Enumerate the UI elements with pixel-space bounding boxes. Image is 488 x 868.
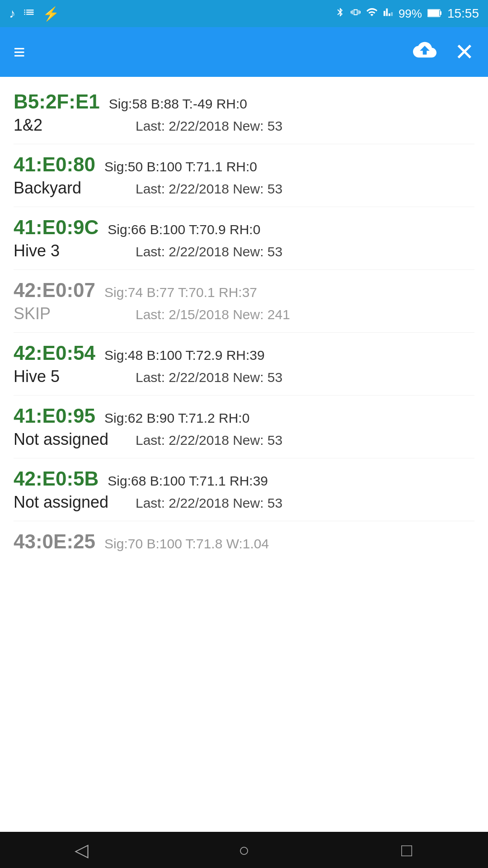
menu-button[interactable]: ≡ (14, 42, 25, 62)
device-name: Not assigned (14, 493, 122, 512)
device-list: B5:2F:E1Sig:58 B:88 T:-49 RH:01&2Last: 2… (0, 77, 488, 832)
device-stats: Sig:48 B:100 T:72.9 RH:39 (104, 348, 265, 363)
device-name: 1&2 (14, 116, 122, 135)
status-bar: ♪ ⚡ (0, 0, 488, 27)
battery-text: 99% (399, 7, 422, 21)
device-top-row: 42:E0:54Sig:48 B:100 T:72.9 RH:39 (14, 342, 474, 364)
device-id: B5:2F:E1 (14, 90, 100, 113)
device-id: 42:E0:07 (14, 279, 95, 302)
app-bar-actions: ✕ (413, 38, 474, 66)
device-top-row: 42:E0:07Sig:74 B:77 T:70.1 RH:37 (14, 279, 474, 302)
wifi-icon (366, 6, 378, 21)
device-stats: Sig:74 B:77 T:70.1 RH:37 (104, 285, 257, 300)
time-display: 15:55 (447, 6, 479, 21)
device-item[interactable]: 42:E0:54Sig:48 B:100 T:72.9 RH:39Hive 5L… (14, 333, 474, 396)
device-id: 41:E0:80 (14, 153, 95, 176)
music-icon: ♪ (9, 6, 15, 21)
device-item[interactable]: 41:E0:80Sig:50 B:100 T:71.1 RH:0Backyard… (14, 144, 474, 207)
device-item[interactable]: 42:E0:07Sig:74 B:77 T:70.1 RH:37SKIPLast… (14, 270, 474, 333)
device-item[interactable]: B5:2F:E1Sig:58 B:88 T:-49 RH:01&2Last: 2… (14, 81, 474, 144)
device-bottom-row: Hive 5Last: 2/22/2018 New: 53 (14, 367, 474, 386)
nav-bar: ◁ ○ □ (0, 832, 488, 868)
device-id: 43:0E:25 (14, 530, 95, 553)
device-last: Last: 2/22/2018 New: 53 (136, 433, 282, 448)
device-stats: Sig:58 B:88 T:-49 RH:0 (109, 96, 247, 112)
device-last: Last: 2/22/2018 New: 53 (136, 244, 282, 259)
device-id: 41:E0:95 (14, 405, 95, 427)
device-stats: Sig:70 B:100 T:71.8 W:1.04 (104, 536, 269, 552)
bolt-icon: ⚡ (42, 6, 59, 22)
device-name: Hive 5 (14, 367, 122, 386)
home-button[interactable]: ○ (226, 836, 262, 863)
signal-icon (383, 6, 393, 22)
device-item[interactable]: 43:0E:25Sig:70 B:100 T:71.8 W:1.04 (14, 521, 474, 565)
status-right-icons: 99% 15:55 (335, 6, 479, 22)
device-stats: Sig:62 B:90 T:71.2 RH:0 (104, 410, 249, 426)
app-bar: ≡ ✕ (0, 27, 488, 77)
device-item[interactable]: 41:E0:9CSig:66 B:100 T:70.9 RH:0Hive 3La… (14, 207, 474, 270)
device-bottom-row: BackyardLast: 2/22/2018 New: 53 (14, 179, 474, 198)
device-name: Hive 3 (14, 241, 122, 260)
back-button[interactable]: ◁ (63, 836, 99, 863)
recent-button[interactable]: □ (389, 836, 425, 863)
device-stats: Sig:68 B:100 T:71.1 RH:39 (108, 473, 268, 489)
close-button[interactable]: ✕ (455, 38, 474, 66)
device-top-row: B5:2F:E1Sig:58 B:88 T:-49 RH:0 (14, 90, 474, 113)
device-last: Last: 2/22/2018 New: 53 (136, 118, 282, 134)
status-left-icons: ♪ ⚡ (9, 6, 59, 22)
device-name: Not assigned (14, 430, 122, 449)
device-top-row: 41:E0:80Sig:50 B:100 T:71.1 RH:0 (14, 153, 474, 176)
bluetooth-icon (335, 6, 345, 22)
chart-icon (23, 6, 35, 22)
device-last: Last: 2/22/2018 New: 53 (136, 181, 282, 197)
device-top-row: 43:0E:25Sig:70 B:100 T:71.8 W:1.04 (14, 530, 474, 553)
device-bottom-row: Not assignedLast: 2/22/2018 New: 53 (14, 493, 474, 512)
device-stats: Sig:66 B:100 T:70.9 RH:0 (108, 222, 260, 237)
device-top-row: 41:E0:95Sig:62 B:90 T:71.2 RH:0 (14, 405, 474, 427)
device-stats: Sig:50 B:100 T:71.1 RH:0 (104, 159, 257, 175)
device-item[interactable]: 41:E0:95Sig:62 B:90 T:71.2 RH:0Not assig… (14, 396, 474, 458)
device-bottom-row: SKIPLast: 2/15/2018 New: 241 (14, 304, 474, 323)
battery-icon (427, 7, 442, 21)
device-id: 42:E0:5B (14, 467, 99, 490)
device-top-row: 41:E0:9CSig:66 B:100 T:70.9 RH:0 (14, 216, 474, 239)
device-last: Last: 2/15/2018 New: 241 (136, 307, 290, 322)
device-name: SKIP (14, 304, 122, 323)
device-id: 42:E0:54 (14, 342, 95, 364)
device-top-row: 42:E0:5BSig:68 B:100 T:71.1 RH:39 (14, 467, 474, 490)
device-bottom-row: 1&2Last: 2/22/2018 New: 53 (14, 116, 474, 135)
device-bottom-row: Not assignedLast: 2/22/2018 New: 53 (14, 430, 474, 449)
device-last: Last: 2/22/2018 New: 53 (136, 370, 282, 385)
vibrate-icon (351, 6, 361, 22)
device-id: 41:E0:9C (14, 216, 99, 239)
device-name: Backyard (14, 179, 122, 198)
device-item[interactable]: 42:E0:5BSig:68 B:100 T:71.1 RH:39Not ass… (14, 458, 474, 521)
svg-rect-1 (428, 10, 439, 16)
svg-rect-2 (440, 11, 441, 15)
upload-button[interactable] (413, 38, 436, 66)
device-last: Last: 2/22/2018 New: 53 (136, 495, 282, 511)
device-bottom-row: Hive 3Last: 2/22/2018 New: 53 (14, 241, 474, 260)
